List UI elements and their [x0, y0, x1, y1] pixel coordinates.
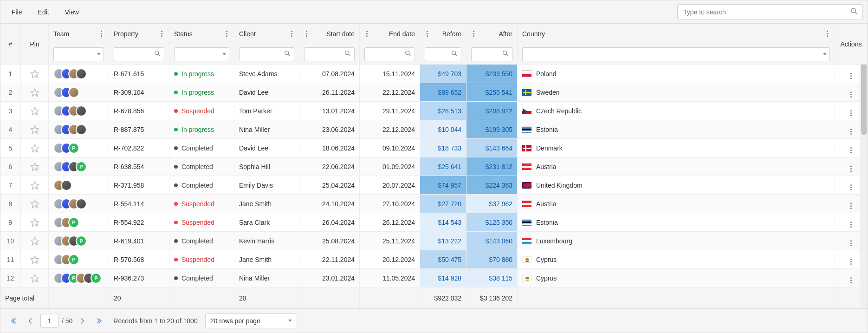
menu-edit[interactable]: Edit: [32, 5, 56, 20]
col-header-property[interactable]: Property: [109, 24, 169, 44]
star-icon[interactable]: [26, 199, 44, 209]
row-actions-icon[interactable]: [850, 184, 852, 190]
star-icon[interactable]: [26, 125, 44, 134]
cell-pin[interactable]: [21, 250, 49, 269]
filter-after-input[interactable]: [471, 47, 512, 61]
col-header-start[interactable]: Start date: [299, 24, 360, 44]
cell-pin[interactable]: [21, 102, 49, 120]
col-header-end[interactable]: End date: [360, 24, 420, 44]
filter-team-select[interactable]: [53, 47, 104, 61]
filter-input[interactable]: [57, 50, 97, 58]
row-actions-icon[interactable]: [850, 129, 852, 135]
row-actions-icon[interactable]: [850, 73, 852, 79]
avatar: [76, 124, 87, 135]
row-actions-icon[interactable]: [850, 222, 852, 228]
star-icon[interactable]: [26, 162, 44, 171]
filter-input[interactable]: [117, 50, 154, 58]
column-menu-icon[interactable]: [99, 29, 104, 39]
col-header-index[interactable]: #: [0, 24, 21, 65]
row-actions-icon[interactable]: [850, 203, 852, 209]
column-menu-icon[interactable]: [364, 29, 369, 39]
cell-pin[interactable]: [21, 232, 49, 250]
filter-input[interactable]: [177, 50, 222, 58]
column-menu-icon[interactable]: [471, 29, 476, 39]
search-input[interactable]: [682, 8, 850, 16]
filter-input[interactable]: [368, 50, 404, 58]
star-icon[interactable]: [26, 255, 44, 264]
column-menu-icon[interactable]: [425, 29, 430, 39]
filter-end-input[interactable]: [364, 47, 415, 61]
column-menu-icon[interactable]: [289, 29, 294, 39]
column-menu-icon[interactable]: [224, 29, 229, 39]
col-header-after[interactable]: After: [466, 24, 518, 44]
column-menu-icon[interactable]: [304, 29, 309, 39]
table-row[interactable]: 5 P R-702.822 Completed David Lee 18.06.…: [0, 139, 868, 157]
page-number-input[interactable]: [40, 314, 59, 328]
star-icon[interactable]: [26, 144, 44, 153]
table-row[interactable]: 6 P R-638.554 Completed Sophia Hill 22.0…: [0, 157, 868, 176]
column-menu-icon[interactable]: [159, 29, 164, 39]
col-header-pin[interactable]: Pin: [21, 24, 49, 65]
filter-input[interactable]: [525, 50, 823, 58]
filter-start-input[interactable]: [304, 47, 355, 61]
filter-property-input[interactable]: [114, 47, 164, 61]
table-row[interactable]: 10 P R-619.401 Completed Kevin Harris 25…: [0, 232, 868, 250]
cell-pin[interactable]: [21, 213, 49, 232]
page-first-button[interactable]: [7, 314, 21, 328]
row-actions-icon[interactable]: [850, 277, 852, 283]
col-header-country[interactable]: Country: [518, 24, 835, 44]
col-header-team[interactable]: Team: [49, 24, 109, 44]
row-actions-icon[interactable]: [850, 110, 852, 116]
table-row[interactable]: 7 R-371.958 Completed Emily Davis 25.04.…: [0, 176, 868, 195]
filter-input[interactable]: [242, 50, 284, 58]
vertical-scrollbar[interactable]: [860, 24, 868, 308]
cell-pin[interactable]: [21, 176, 49, 195]
rows-per-page-select[interactable]: 20 rows per page: [205, 313, 297, 328]
cell-pin[interactable]: [21, 120, 49, 139]
filter-client-input[interactable]: [239, 47, 294, 61]
col-header-status[interactable]: Status: [169, 24, 234, 44]
row-actions-icon[interactable]: [850, 147, 852, 153]
col-header-before[interactable]: Before: [420, 24, 466, 44]
star-icon[interactable]: [26, 69, 44, 78]
table-row[interactable]: 1 R-671.615 In progress Steve Adams 07.0…: [0, 65, 868, 83]
cell-pin[interactable]: [21, 269, 49, 287]
row-actions-icon[interactable]: [850, 166, 852, 172]
col-header-client[interactable]: Client: [234, 24, 299, 44]
cell-pin[interactable]: [21, 157, 49, 176]
row-actions-icon[interactable]: [850, 240, 852, 246]
star-icon[interactable]: [26, 274, 44, 283]
table-row[interactable]: 11 P R-570.568 Suspended Jane Smith 22.1…: [0, 250, 868, 269]
filter-country-select[interactable]: [522, 47, 830, 61]
row-actions-icon[interactable]: [850, 259, 852, 265]
filter-before-input[interactable]: [425, 47, 461, 61]
cell-pin[interactable]: [21, 65, 49, 83]
row-actions-icon[interactable]: [850, 91, 852, 98]
page-prev-button[interactable]: [24, 314, 38, 328]
page-last-button[interactable]: [92, 314, 106, 328]
menu-file[interactable]: File: [5, 5, 29, 20]
table-row[interactable]: 9 P R-554.922 Suspended Sara Clark 26.04…: [0, 213, 868, 232]
table-row[interactable]: 3 R-678.856 Suspended Tom Parker 13.01.2…: [0, 102, 868, 120]
cell-pin[interactable]: [21, 83, 49, 102]
filter-input[interactable]: [428, 50, 451, 58]
star-icon[interactable]: [26, 218, 44, 227]
menu-view[interactable]: View: [58, 5, 85, 20]
filter-status-select[interactable]: [174, 47, 229, 61]
star-icon[interactable]: [26, 236, 44, 246]
cell-pin[interactable]: [21, 139, 49, 157]
column-menu-icon[interactable]: [825, 29, 830, 39]
global-search[interactable]: [677, 4, 863, 20]
table-row[interactable]: 8 R-554.114 Suspended Jane Smith 24.10.2…: [0, 195, 868, 213]
star-icon[interactable]: [26, 106, 44, 116]
table-row[interactable]: 2 R-309.104 In progress David Lee 26.11.…: [0, 83, 868, 102]
col-header-actions[interactable]: Actions: [835, 24, 868, 65]
star-icon[interactable]: [26, 181, 44, 190]
filter-input[interactable]: [474, 50, 502, 58]
table-row[interactable]: 4 R-887.875 In progress Nina Miller 23.0…: [0, 120, 868, 139]
page-next-button[interactable]: [75, 314, 89, 328]
cell-pin[interactable]: [21, 195, 49, 213]
star-icon[interactable]: [26, 88, 44, 97]
table-row[interactable]: 12 PP R-936.273 Completed Nina Miller 23…: [0, 269, 868, 287]
filter-input[interactable]: [307, 50, 344, 58]
